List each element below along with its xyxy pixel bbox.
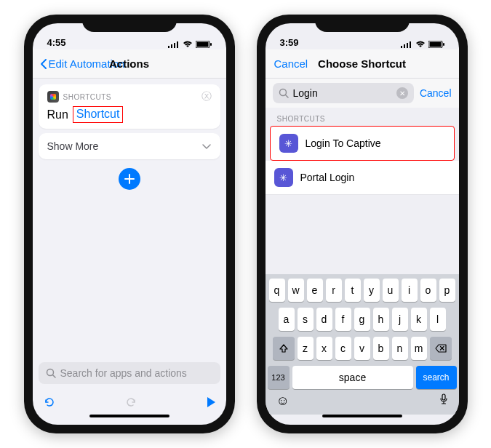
shortcut-item-icon: ✳︎ [279,134,298,153]
status-time: 4:55 [47,37,66,48]
emoji-key[interactable]: ☺ [276,393,290,409]
status-bar: 3:59 [266,23,459,49]
search-placeholder: Search for apps and actions [60,367,187,379]
svg-rect-1 [171,44,172,48]
nav-title: Actions [109,57,149,70]
svg-rect-14 [443,43,444,46]
nav-title: Choose Shortcut [318,57,406,70]
card-body: Run Shortcut [47,106,212,123]
phone-left: 4:55 Edit Automation Actions SHORTCUTS ⓧ… [24,15,235,433]
card-header: SHORTCUTS ⓧ [47,90,212,103]
key-r[interactable]: r [326,279,342,302]
key-i[interactable]: i [402,279,418,302]
key-b[interactable]: b [373,337,389,360]
battery-icon [428,41,444,48]
backspace-icon [435,344,447,353]
status-icons [401,41,444,48]
search-input[interactable]: Login ✕ [273,83,414,103]
key-n[interactable]: n [392,337,408,360]
key-g[interactable]: g [354,308,370,331]
list-item[interactable]: ✳︎ Login To Captive [270,126,455,161]
key-backspace[interactable] [430,337,452,360]
svg-rect-10 [407,43,408,48]
show-more-button[interactable]: Show More [39,133,220,159]
svg-rect-2 [174,43,175,48]
search-input[interactable]: Search for apps and actions [39,362,220,384]
svg-rect-3 [177,41,178,48]
key-y[interactable]: y [364,279,380,302]
key-t[interactable]: t [345,279,361,302]
search-value: Login [293,87,318,99]
wifi-icon [415,41,426,48]
key-o[interactable]: o [420,279,436,302]
screen-left: 4:55 Edit Automation Actions SHORTCUTS ⓧ… [33,23,226,425]
wifi-icon [183,41,193,48]
spacer [33,190,226,362]
battery-icon [196,41,212,48]
status-bar: 4:55 [33,23,226,49]
play-icon[interactable] [206,396,216,408]
key-w[interactable]: w [288,279,304,302]
screen-right: 3:59 Cancel Choose Shortcut Login ✕ Canc… [266,23,459,425]
home-indicator [33,415,226,425]
toolbar [33,390,226,415]
key-space[interactable]: space [292,366,413,389]
key-v[interactable]: v [354,337,370,360]
list-item-label: Portal Login [300,172,355,183]
key-s[interactable]: s [298,308,314,331]
run-text: Run [47,108,68,121]
list-item[interactable]: ✳︎ Portal Login [266,161,459,195]
key-z[interactable]: z [298,337,314,360]
remove-action-icon[interactable]: ⓧ [201,90,212,103]
key-q[interactable]: q [269,279,285,302]
shortcut-token[interactable]: Shortcut [73,106,124,123]
key-e[interactable]: e [307,279,323,302]
key-m[interactable]: m [411,337,427,360]
nav-bar: Cancel Choose Shortcut [266,49,459,79]
svg-rect-9 [404,44,405,48]
chevron-left-icon [40,58,47,70]
shift-icon [279,343,289,353]
dictation-key[interactable] [439,393,448,409]
keyboard-row-5: ☺ [268,393,457,410]
mic-icon [439,393,448,405]
plus-icon [124,174,135,184]
keyboard-row-1: q w e r t y u i o p [268,279,457,302]
key-shift[interactable] [273,337,295,360]
search-cancel-button[interactable]: Cancel [420,87,452,99]
status-icons [168,41,212,48]
cancel-button[interactable]: Cancel [274,57,308,70]
svg-rect-0 [168,46,169,48]
key-p[interactable]: p [439,279,455,302]
key-a[interactable]: a [279,308,295,331]
key-j[interactable]: j [392,308,408,331]
undo-icon[interactable] [43,396,56,409]
key-c[interactable]: c [335,337,351,360]
shortcuts-app-icon [47,91,59,103]
key-f[interactable]: f [335,308,351,331]
status-time: 3:59 [280,37,299,48]
phone-right: 3:59 Cancel Choose Shortcut Login ✕ Canc… [257,15,468,433]
add-action-button[interactable] [119,168,140,190]
svg-rect-13 [429,42,441,47]
key-x[interactable]: x [316,337,332,360]
key-d[interactable]: d [316,308,332,331]
redo-icon[interactable] [124,396,137,409]
signal-icon [401,41,412,48]
shortcut-item-icon: ✳︎ [274,168,293,187]
keyboard-row-3: z x c v b n m [268,337,457,360]
key-numbers[interactable]: 123 [268,366,290,389]
svg-rect-6 [210,43,212,46]
action-card: SHORTCUTS ⓧ Run Shortcut [39,84,220,129]
svg-rect-8 [401,46,402,48]
nav-bar: Edit Automation Actions [33,49,226,79]
key-h[interactable]: h [373,308,389,331]
list-item-label: Login To Captive [306,137,381,149]
key-search[interactable]: search [416,366,457,389]
key-k[interactable]: k [411,308,427,331]
clear-search-icon[interactable]: ✕ [396,87,408,99]
key-u[interactable]: u [383,279,399,302]
key-l[interactable]: l [430,308,446,331]
keyboard-row-2: a s d f g h j k l [268,308,457,331]
svg-rect-16 [442,394,445,400]
